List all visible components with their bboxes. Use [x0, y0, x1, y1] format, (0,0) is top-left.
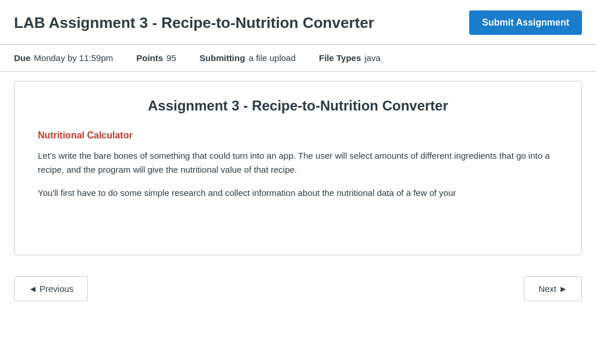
- meta-bar: Due Monday by 11:59pm Points 95 Submitti…: [0, 45, 596, 71]
- navigation-bar: ◄ Previous Next ►: [0, 265, 596, 313]
- next-button[interactable]: Next ►: [524, 276, 582, 301]
- points-item: Points 95: [136, 53, 176, 63]
- submit-assignment-button[interactable]: Submit Assignment: [469, 10, 582, 35]
- points-label: Points: [136, 53, 163, 63]
- page-wrapper: LAB Assignment 3 - Recipe-to-Nutrition C…: [0, 0, 596, 364]
- meta-divider: [0, 71, 596, 72]
- due-label: Due: [14, 53, 30, 63]
- content-area: Assignment 3 - Recipe-to-Nutrition Conve…: [14, 81, 582, 255]
- file-types-label: File Types: [319, 53, 361, 63]
- section-heading: Nutritional Calculator: [38, 130, 558, 141]
- points-value: 95: [166, 53, 176, 63]
- content-paragraph-1: Let's write the bare bones of something …: [38, 149, 558, 177]
- due-value: Monday by 11:59pm: [34, 53, 113, 63]
- file-types-value: java: [364, 53, 381, 63]
- submitting-label: Submitting: [200, 53, 245, 63]
- content-scroll[interactable]: Assignment 3 - Recipe-to-Nutrition Conve…: [15, 81, 581, 255]
- previous-button[interactable]: ◄ Previous: [14, 276, 88, 301]
- file-types-item: File Types java: [319, 53, 381, 63]
- assignment-content-title: Assignment 3 - Recipe-to-Nutrition Conve…: [38, 98, 558, 114]
- submitting-item: Submitting a file upload: [200, 53, 296, 63]
- submitting-value: a file upload: [249, 53, 296, 63]
- header: LAB Assignment 3 - Recipe-to-Nutrition C…: [0, 0, 596, 44]
- page-title: LAB Assignment 3 - Recipe-to-Nutrition C…: [14, 14, 374, 32]
- content-paragraph-2: You'll first have to do some simple rese…: [38, 186, 558, 200]
- due-item: Due Monday by 11:59pm: [14, 53, 113, 63]
